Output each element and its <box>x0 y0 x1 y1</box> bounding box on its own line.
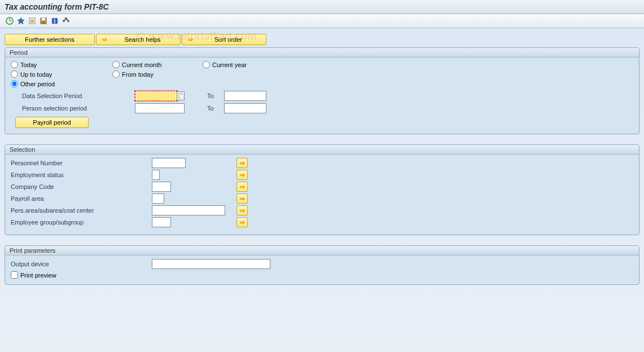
svg-rect-11 <box>65 17 67 19</box>
person-selection-to-input[interactable] <box>224 103 266 113</box>
radio-today-label: Today <box>20 61 37 68</box>
svg-rect-7 <box>42 18 45 20</box>
sort-order-label: Sort order <box>196 36 260 43</box>
radio-from-today[interactable]: From today <box>112 71 203 78</box>
selection-panel: Selection Personnel Number ⇨ Employment … <box>5 144 639 235</box>
data-selection-to-input[interactable] <box>224 91 266 101</box>
radio-from-today-label: From today <box>122 71 154 78</box>
to-label-2: To <box>207 105 224 112</box>
to-label-1: To <box>207 93 224 99</box>
pers-area-input[interactable] <box>152 205 225 215</box>
period-panel-header: Period <box>5 48 639 58</box>
radio-current-month-input[interactable] <box>112 61 120 68</box>
person-selection-row: Person selection period To <box>11 103 633 113</box>
action-button-row: Further selections ⇨ Search helps ⇨ Sort… <box>5 34 639 45</box>
employment-status-input[interactable] <box>152 170 160 180</box>
print-preview-label: Print preview <box>20 272 56 279</box>
output-device-row: Output device <box>11 259 633 269</box>
radio-current-month-label: Current month <box>122 61 161 68</box>
radio-current-year-input[interactable] <box>203 61 210 68</box>
personnel-number-label: Personnel Number <box>11 160 152 166</box>
pers-area-label: Pers.area/subarea/cost center <box>11 207 152 214</box>
data-selection-row: Data Selection Period To <box>11 91 633 101</box>
payroll-period-button[interactable]: Payroll period <box>15 117 89 128</box>
personnel-number-row: Personnel Number ⇨ <box>11 158 633 168</box>
print-panel: Print parameters Output device Print pre… <box>5 245 639 285</box>
save-icon[interactable] <box>38 16 49 26</box>
period-panel: Period Today Current month Current year … <box>5 47 639 134</box>
selection-panel-header: Selection <box>5 145 639 155</box>
radio-up-to-today[interactable]: Up to today <box>11 71 112 78</box>
radio-today[interactable]: Today <box>11 61 112 68</box>
svg-rect-12 <box>63 20 65 22</box>
further-selections-label: Further selections <box>25 36 74 43</box>
radio-other-period-input[interactable] <box>11 80 18 87</box>
title-bar: Tax accounting form PIT-8C <box>0 0 644 14</box>
multi-select-button[interactable]: ⇨ <box>236 217 248 227</box>
radio-other-period[interactable]: Other period <box>11 80 112 87</box>
search-helps-label: Search helps <box>111 36 174 43</box>
print-preview-checkbox[interactable] <box>11 271 18 279</box>
person-selection-from-input[interactable] <box>135 103 185 113</box>
radio-current-year-label: Current year <box>212 61 247 68</box>
radio-current-month[interactable]: Current month <box>112 61 203 68</box>
employment-status-label: Employment status <box>11 171 152 178</box>
info-icon[interactable]: i <box>50 16 60 26</box>
further-selections-button[interactable]: Further selections <box>5 34 95 45</box>
output-device-label: Output device <box>11 261 152 267</box>
sort-order-button[interactable]: ⇨ Sort order <box>182 34 266 45</box>
company-code-label: Company Code <box>11 183 152 190</box>
org-structure-icon[interactable] <box>61 16 71 26</box>
output-device-input[interactable] <box>152 259 270 269</box>
search-helps-button[interactable]: ⇨ Search helps <box>96 34 181 45</box>
print-preview-row[interactable]: Print preview <box>11 271 633 279</box>
arrow-right-icon: ⇨ <box>188 36 193 43</box>
multi-select-button[interactable]: ⇨ <box>236 193 248 204</box>
employee-group-label: Employee group/subgroup <box>11 219 152 226</box>
content-area: Further selections ⇨ Search helps ⇨ Sort… <box>0 28 644 301</box>
company-code-row: Company Code ⇨ <box>11 182 633 192</box>
execute-icon[interactable] <box>5 16 15 26</box>
person-selection-label: Person selection period <box>22 105 135 112</box>
toolbar: i <box>0 14 644 28</box>
svg-marker-5 <box>30 19 34 23</box>
svg-marker-3 <box>17 17 24 24</box>
radio-other-period-label: Other period <box>20 81 55 87</box>
employee-group-input[interactable] <box>152 217 171 227</box>
svg-text:i: i <box>54 18 56 24</box>
company-code-input[interactable] <box>152 182 171 192</box>
svg-rect-19 <box>179 94 183 99</box>
svg-rect-8 <box>42 21 45 24</box>
svg-rect-13 <box>67 20 69 22</box>
payroll-area-label: Payroll area <box>11 195 152 202</box>
payroll-area-row: Payroll area ⇨ <box>11 193 633 204</box>
get-variant-icon[interactable] <box>27 16 37 26</box>
radio-current-year[interactable]: Current year <box>203 61 293 68</box>
multi-select-button[interactable]: ⇨ <box>236 170 248 180</box>
multi-select-button[interactable]: ⇨ <box>236 158 248 168</box>
multi-select-button[interactable]: ⇨ <box>236 205 248 215</box>
data-selection-from-input[interactable] <box>135 91 177 101</box>
variant-icon[interactable] <box>16 16 26 26</box>
page-title: Tax accounting form PIT-8C <box>5 2 109 11</box>
arrow-right-icon: ⇨ <box>102 36 107 43</box>
employee-group-row: Employee group/subgroup ⇨ <box>11 217 633 227</box>
data-selection-label: Data Selection Period <box>22 93 135 99</box>
radio-today-input[interactable] <box>11 61 18 68</box>
pers-area-row: Pers.area/subarea/cost center ⇨ <box>11 205 633 215</box>
employment-status-row: Employment status ⇨ <box>11 170 633 180</box>
multi-select-button[interactable]: ⇨ <box>236 182 248 192</box>
payroll-area-input[interactable] <box>152 193 164 204</box>
payroll-period-label: Payroll period <box>33 119 71 126</box>
radio-from-today-input[interactable] <box>112 71 120 78</box>
personnel-number-input[interactable] <box>152 158 186 168</box>
f4-help-icon[interactable] <box>177 91 185 100</box>
radio-up-to-today-label: Up to today <box>20 71 52 78</box>
print-panel-header: Print parameters <box>5 246 639 256</box>
radio-up-to-today-input[interactable] <box>11 71 18 78</box>
